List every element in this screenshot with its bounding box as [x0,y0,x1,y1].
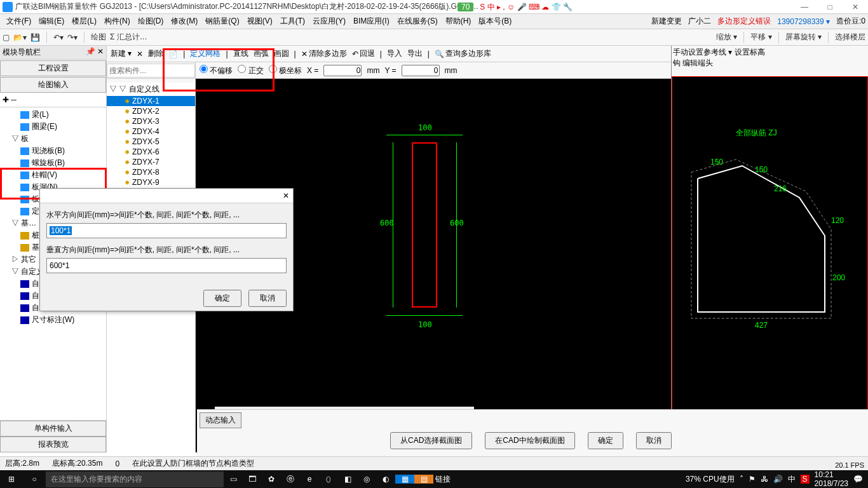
dialog-titlebar[interactable]: ✕ [40,189,293,203]
tray-up-icon[interactable]: ˄ [740,475,743,484]
import-btn[interactable]: 导入 [387,48,402,59]
v-spacing-input[interactable] [46,258,287,273]
clear-btn[interactable]: ✕ 清除多边形 [301,48,347,59]
minimize-button[interactable]: — [792,3,817,11]
menu-online[interactable]: 在线服务(S) [393,16,442,27]
new-change-button[interactable]: 新建变更 [651,16,682,27]
draw-button[interactable]: 绘图 [91,32,106,43]
mode-polar[interactable]: 极坐标 [269,65,302,76]
tray-vol-icon[interactable]: 🔊 [773,475,783,484]
undo-icon[interactable]: ↶▾ [53,33,64,42]
floor-select-button[interactable]: 选择楼层 [835,32,865,43]
app-icon-4[interactable]: ◧ [338,475,357,484]
dialog-ok-button[interactable]: 确定 [203,290,241,307]
menu-file[interactable]: 文件(F) [3,16,35,27]
cortana-icon[interactable]: ○ [23,475,46,484]
list-item[interactable]: ✸ ZDYX-8 [107,167,195,177]
section-sketch[interactable]: 全部纵筋 ZJ 150 150 216 120 200 427 [672,76,868,452]
tray-time[interactable]: 10:212018/7/23 [815,470,848,488]
tree-item[interactable]: 梁(L) [1,109,105,121]
start-button[interactable]: ⊞ [0,475,23,484]
list-item[interactable]: ✸ ZDYX-5 [107,137,195,147]
zoom-button[interactable]: 缩放 ▾ [716,32,737,43]
new-btn[interactable]: 新建 ▾ [111,48,132,59]
search-input[interactable] [107,64,195,78]
ie-icon[interactable]: ⓔ [281,474,300,485]
single-input-button[interactable]: 单构件输入 [0,421,106,437]
lib-btn[interactable]: 🔍 查询多边形库 [435,48,491,59]
cpu-usage[interactable]: 37% CPU使用 [686,474,735,485]
export-btn[interactable]: 导出 [407,48,423,59]
delete-btn[interactable]: 删除 [148,48,163,59]
redo-icon[interactable]: ↷▾ [67,33,78,42]
list-item[interactable]: ✸ ZDYX-3 [107,116,195,126]
app-icon-2[interactable]: ✿ [262,475,281,484]
arc-btn[interactable]: 画弧 [254,48,269,59]
circle-btn[interactable]: 画圆 [274,48,289,59]
list-item[interactable]: ✸ ZDYX-4 [107,126,195,137]
taskbar-search[interactable]: 在这里输入你要搜索的内容 [46,471,224,487]
app-icon-6[interactable]: ◐ [376,475,395,484]
close-button[interactable]: ✕ [843,3,868,11]
line-btn[interactable]: 直线 [233,48,248,59]
x-input[interactable] [323,65,362,76]
list-item[interactable]: ✸ ZDYX-1 [107,96,195,106]
list-item[interactable]: ✸ ZDYX-6 [107,147,195,157]
tray-ime-icon[interactable]: 中 [788,474,796,485]
report-preview-button[interactable]: 报表预览 [0,437,106,452]
list-root[interactable]: ▽ ▽ 自定义线 [107,83,195,96]
ok-button[interactable]: 确定 [588,432,623,449]
from-cad-select-button[interactable]: 从CAD选择截面图 [390,432,472,449]
link-label[interactable]: 链接 [433,474,452,485]
app-icon-8[interactable]: ▤ [414,475,433,484]
menu-view[interactable]: 视图(V) [243,16,276,27]
save-icon[interactable]: 💾 [31,33,40,42]
tree-item[interactable]: 柱帽(V) [1,169,105,181]
error-tag[interactable]: 多边形定义错误 [717,16,771,27]
tree-item[interactable]: ▽ 板 [1,133,105,145]
pin-icon[interactable]: 📌 ✕ [86,47,104,58]
menu-component[interactable]: 构件(N) [100,16,134,27]
menu-modify[interactable]: 修改(M) [167,16,201,27]
tray-s-icon[interactable]: S [801,475,810,484]
section-project[interactable]: 工程设置 [0,60,106,76]
menu-draw[interactable]: 绘图(D) [134,16,168,27]
sum-button[interactable]: Σ 汇总计… [110,32,147,43]
menu-rebar[interactable]: 钢筋量(Q) [201,16,243,27]
list-item[interactable]: ✸ ZDYX-9 [107,177,195,187]
tree-item[interactable]: 尺寸标注(W) [1,314,105,326]
tree-item[interactable]: 圈梁(E) [1,121,105,133]
new-file-icon[interactable]: ▢ [3,33,10,42]
menu-version[interactable]: 版本号(B) [475,16,515,27]
rp-tool-row1[interactable]: 手动设置参考线 ▾ 设置标高 [673,47,867,58]
menu-bim[interactable]: BIM应用(I) [349,16,393,27]
menu-tool[interactable]: 工具(T) [276,16,309,27]
open-file-icon[interactable]: 📂▾ [13,33,27,42]
y-input[interactable] [402,65,440,76]
maximize-button[interactable]: □ [817,3,843,11]
tray-flag-icon[interactable]: ⚑ [749,475,756,484]
section-draw-input[interactable]: 绘图输入 [0,77,106,93]
mode-no-offset[interactable]: 不偏移 [200,65,233,76]
app-icon-1[interactable]: 🗔 [243,475,262,484]
menu-floor[interactable]: 楼层(L) [68,16,100,27]
menu-cloud[interactable]: 云应用(Y) [309,16,349,27]
undo-btn[interactable]: ↶ 回退 [352,48,375,59]
tree-item[interactable]: 现浇板(B) [1,145,105,157]
list-item[interactable]: ✸ ZDYX-7 [107,157,195,167]
dialog-cancel-button[interactable]: 取消 [248,290,287,307]
in-cad-draw-button[interactable]: 在CAD中绘制截面图 [485,432,574,449]
cancel-button[interactable]: 取消 [636,432,672,449]
list-item[interactable]: ✸ ZDYX-2 [107,106,195,116]
tray-net-icon[interactable]: 🖧 [761,475,768,484]
app-icon-3[interactable]: ⬯ [319,475,338,484]
edge-icon[interactable]: e [300,475,319,484]
dialog-close-icon[interactable]: ✕ [283,191,289,200]
h-spacing-input[interactable]: 100*1 [46,223,287,238]
copy-icon[interactable]: 📄 [168,50,178,58]
pan-button[interactable]: 平移 ▾ [750,32,771,43]
menu-edit[interactable]: 编辑(E) [35,16,68,27]
close-tab-btn[interactable]: ✕ [137,50,143,58]
rp-tool-row2[interactable]: 钩 编辑端头 [673,58,867,69]
define-grid-btn[interactable]: 定义网格 [190,48,220,59]
